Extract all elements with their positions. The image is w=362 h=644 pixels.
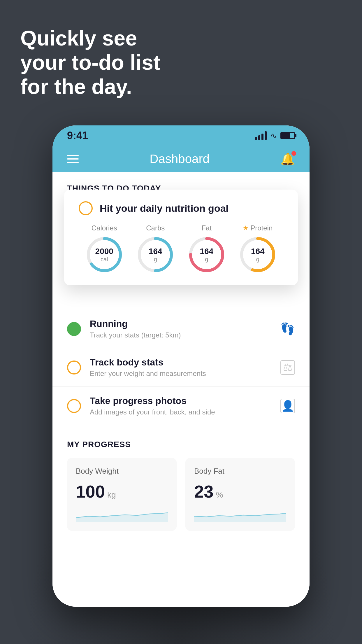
hero-line1: Quickly see (20, 26, 160, 50)
calories-unit: cal (95, 256, 113, 263)
body-fat-card: Body Fat 23 % (185, 458, 295, 531)
nutrition-row: Calories 2000 cal (79, 224, 283, 274)
nutrition-card: Hit your daily nutrition goal Calories (64, 190, 298, 285)
calories-label: Calories (92, 224, 117, 232)
hero-line3: for the day. (20, 75, 160, 99)
photos-content: Take progress photos Add images of your … (90, 396, 272, 416)
body-stats-todo-item[interactable]: Track body stats Enter your weight and m… (52, 348, 310, 387)
running-subtitle: Track your stats (target: 5km) (90, 331, 272, 339)
menu-button[interactable] (67, 155, 79, 163)
signal-icon (255, 131, 267, 140)
status-time: 9:41 (67, 130, 88, 142)
running-content: Running Track your stats (target: 5km) (90, 318, 272, 339)
status-icons: ∿ (255, 131, 295, 141)
body-weight-title: Body Weight (76, 467, 168, 476)
carbs-label: Carbs (146, 224, 165, 232)
todo-list: Running Track your stats (target: 5km) 👣… (52, 310, 310, 425)
running-title: Running (90, 318, 272, 329)
carbs-item: Carbs 164 g (136, 224, 174, 274)
body-weight-number: 100 (76, 482, 105, 502)
photos-subtitle: Add images of your front, back, and side (90, 408, 272, 416)
phone-mockup: 9:41 ∿ Dashboard 🔔 THINGS TO (52, 125, 310, 607)
body-weight-value-row: 100 kg (76, 482, 168, 502)
hero-text: Quickly see your to-do list for the day. (20, 26, 160, 99)
phone-content: THINGS TO DO TODAY Hit your daily nutrit… (52, 172, 310, 607)
running-todo-item[interactable]: Running Track your stats (target: 5km) 👣 (52, 310, 310, 348)
protein-item: ★ Protein 164 g (239, 224, 277, 274)
body-fat-value-row: 23 % (194, 482, 286, 502)
svg-marker-8 (76, 513, 168, 522)
body-stats-title: Track body stats (90, 357, 272, 368)
fat-label: Fat (201, 224, 212, 232)
photos-checkbox[interactable] (67, 399, 81, 413)
nav-title: Dashboard (150, 152, 209, 166)
svg-marker-9 (194, 513, 286, 522)
body-stats-content: Track body stats Enter your weight and m… (90, 357, 272, 378)
notification-bell-button[interactable]: 🔔 (280, 152, 295, 166)
protein-label: ★ Protein (243, 224, 273, 232)
battery-icon (280, 132, 295, 139)
progress-photos-todo-item[interactable]: Take progress photos Add images of your … (52, 387, 310, 425)
progress-section-title: MY PROGRESS (67, 440, 295, 449)
fat-unit: g (200, 256, 213, 263)
carbs-unit: g (149, 256, 162, 263)
body-fat-chart (194, 508, 286, 522)
fat-value: 164 (200, 247, 213, 256)
progress-section: MY PROGRESS Body Weight 100 kg (52, 425, 310, 531)
star-icon: ★ (243, 224, 249, 232)
carbs-value: 164 (149, 247, 162, 256)
protein-circle: 164 g (239, 236, 277, 274)
person-icon: 👤 (280, 399, 295, 413)
body-weight-unit: kg (107, 490, 116, 500)
nav-bar: Dashboard 🔔 (52, 146, 310, 172)
scale-icon: ⚖ (280, 360, 295, 375)
protein-unit: g (251, 256, 265, 263)
body-stats-subtitle: Enter your weight and measurements (90, 370, 272, 378)
calories-circle: 2000 cal (85, 236, 123, 274)
body-fat-number: 23 (194, 482, 214, 502)
body-fat-title: Body Fat (194, 467, 286, 476)
fat-item: Fat 164 g (188, 224, 226, 274)
body-weight-chart (76, 508, 168, 522)
protein-value: 164 (251, 247, 265, 256)
body-fat-unit: % (216, 490, 223, 500)
running-checkbox[interactable] (67, 322, 81, 336)
running-icon: 👣 (280, 322, 295, 336)
status-bar: 9:41 ∿ (52, 125, 310, 146)
notification-dot (291, 151, 296, 156)
body-weight-card: Body Weight 100 kg (67, 458, 177, 531)
body-stats-checkbox[interactable] (67, 360, 81, 374)
carbs-circle: 164 g (136, 236, 174, 274)
card-header: Hit your daily nutrition goal (79, 201, 283, 215)
progress-cards: Body Weight 100 kg Body Fat (67, 458, 295, 531)
nutrition-checkbox[interactable] (79, 201, 93, 215)
hero-line2: your to-do list (20, 50, 160, 75)
nutrition-card-title: Hit your daily nutrition goal (100, 203, 229, 214)
fat-circle: 164 g (188, 236, 226, 274)
calories-item: Calories 2000 cal (85, 224, 123, 274)
wifi-icon: ∿ (270, 131, 277, 141)
calories-value: 2000 (95, 247, 113, 256)
photos-title: Take progress photos (90, 396, 272, 406)
